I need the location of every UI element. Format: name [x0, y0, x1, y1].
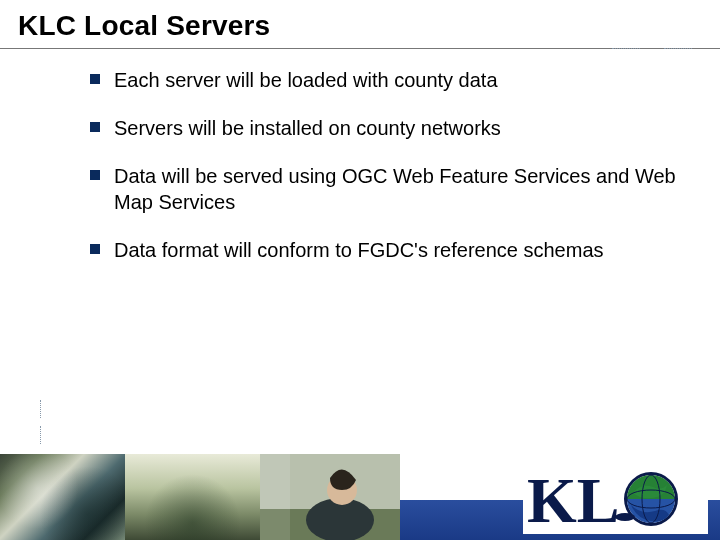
bullet-icon [90, 122, 100, 132]
bullet-icon [90, 244, 100, 254]
bullet-icon [90, 170, 100, 180]
bullet-item: Data will be served using OGC Web Featur… [90, 163, 690, 215]
footer: KL [0, 454, 720, 540]
title-bar: KLC Local Servers [0, 0, 720, 49]
footer-image-terrain [125, 454, 260, 540]
bullet-text: Data format will conform to FGDC's refer… [114, 237, 604, 263]
bullet-item: Data format will conform to FGDC's refer… [90, 237, 690, 263]
bullet-icon [90, 74, 100, 84]
bullet-item: Servers will be installed on county netw… [90, 115, 690, 141]
svg-rect-4 [260, 454, 290, 540]
decorative-dashes-left [40, 400, 46, 450]
slide-title: KLC Local Servers [18, 10, 702, 42]
slide-body: Each server will be loaded with county d… [0, 49, 720, 263]
slide: KLC Local Servers Each server will be lo… [0, 0, 720, 540]
logo: KL [523, 464, 708, 534]
bullet-text: Data will be served using OGC Web Featur… [114, 163, 690, 215]
bullet-item: Each server will be loaded with county d… [90, 67, 690, 93]
bullet-text: Servers will be installed on county netw… [114, 115, 501, 141]
svg-point-9 [615, 513, 635, 521]
footer-image-person [260, 454, 400, 540]
footer-image-aerial [0, 454, 125, 540]
bullet-text: Each server will be loaded with county d… [114, 67, 498, 93]
logo-text: KL [527, 465, 619, 534]
